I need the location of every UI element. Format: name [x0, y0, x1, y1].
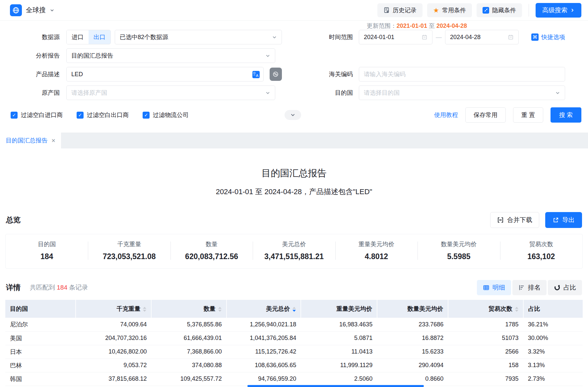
- export-icon: [553, 217, 559, 223]
- horizontal-scrollbar-thumb[interactable]: [247, 385, 424, 387]
- export-button[interactable]: 导出: [545, 212, 582, 228]
- view-share-button[interactable]: 占比: [548, 280, 582, 295]
- hide-conditions-button[interactable]: 隐藏条件: [477, 3, 522, 17]
- cell-usd-per-kg: 2.5060: [301, 372, 377, 386]
- cell-usd-per-qty: 290.4094: [377, 359, 448, 372]
- view-detail-button[interactable]: 明细: [477, 280, 511, 295]
- merge-download-button[interactable]: 合并下载: [490, 212, 539, 228]
- expand-form-button[interactable]: [285, 110, 301, 120]
- col-kg-weight[interactable]: 千克重量: [76, 300, 151, 318]
- origin-country-label: 原产国: [0, 89, 66, 97]
- table-row[interactable]: 韩国 37,815,668.12 109,425,557.72 94,766,9…: [5, 372, 583, 386]
- topbar: 全球搜 历史记录 ★ 常用条件 隐藏条件: [0, 0, 588, 21]
- history-doc-icon: [383, 7, 390, 13]
- sort-carets-icon[interactable]: [218, 307, 222, 312]
- form-actions: 使用教程 保存常用 重 置 搜 索: [434, 107, 581, 123]
- stat-value: 723,053,521.08: [91, 252, 167, 261]
- cell-country: 巴林: [5, 359, 76, 372]
- filters-row: ✓ 过滤空白进口商 ✓ 过滤空白出口商 ✓ 过滤物流公司: [11, 107, 581, 123]
- table-row[interactable]: 尼泊尔 74,009.64 5,376,855.86 1,256,940,021…: [5, 318, 583, 331]
- date-to-input[interactable]: 2024-04-28: [445, 30, 519, 44]
- advanced-search-button[interactable]: 高级搜索: [536, 3, 581, 18]
- search-form: 更新范围：2021-01-01 至 2024-04-28 数据源 进口 出口 已…: [0, 21, 588, 123]
- details-title: 详情: [6, 283, 21, 293]
- command-icon: ⌘: [531, 33, 539, 41]
- table-row[interactable]: 美国 204,707,320.16 61,666,439.01 1,041,37…: [5, 331, 583, 345]
- reset-button[interactable]: 重 置: [513, 107, 543, 123]
- page-title: 目的国汇总报告: [0, 167, 588, 180]
- view-toggle: 明细 排名 占比: [477, 280, 582, 295]
- close-icon[interactable]: ×: [51, 137, 55, 144]
- view-rank-button[interactable]: 排名: [512, 280, 547, 295]
- checkbox-checked-icon: ✓: [11, 112, 18, 119]
- cell-quantity: 5,376,855.86: [151, 318, 226, 331]
- topbar-actions: 历史记录 ★ 常用条件 隐藏条件 高级搜索: [377, 3, 581, 18]
- search-button[interactable]: 搜 索: [551, 107, 581, 123]
- col-trades[interactable]: 贸易次数: [448, 300, 523, 318]
- app-title: 全球搜: [26, 6, 46, 15]
- product-description-input[interactable]: [71, 71, 247, 78]
- chevron-right-icon: [570, 8, 575, 13]
- chevron-down-icon: [265, 90, 270, 95]
- report-type-select[interactable]: 目的国汇总报告: [66, 48, 275, 63]
- datasource-select[interactable]: 已选中82个数据源: [115, 30, 282, 44]
- brand[interactable]: 全球搜: [10, 4, 54, 16]
- favorites-button[interactable]: ★ 常用条件: [427, 3, 472, 17]
- star-icon: ★: [433, 7, 439, 14]
- stat-value: 620,083,712.56: [173, 252, 250, 261]
- sort-carets-icon[interactable]: [293, 307, 296, 312]
- stat-value: 184: [8, 252, 85, 261]
- filter-checkbox[interactable]: ✓ 过滤空白出口商: [77, 111, 129, 119]
- update-to-date: 2024-04-28: [436, 23, 467, 29]
- product-label: 产品描述: [0, 70, 66, 78]
- table-row[interactable]: 巴林 9,053.72 374,080.88 108,636,605.65 11…: [5, 359, 583, 372]
- hs-code-input-wrap: [359, 67, 565, 82]
- filter-checkboxes: ✓ 过滤空白进口商 ✓ 过滤空白出口商 ✓ 过滤物流公司: [11, 111, 189, 119]
- cell-country: 越南: [5, 386, 76, 387]
- cell-trades: 51073: [448, 331, 523, 345]
- date-from-input[interactable]: 2024-01-01: [359, 30, 432, 44]
- update-from-date: 2021-01-01: [397, 23, 427, 29]
- quick-options-link[interactable]: ⌘ 快捷选项: [531, 33, 565, 41]
- cell-quantity: 280,348,754.07: [151, 386, 226, 387]
- divider: [529, 4, 529, 17]
- ranking-icon: [518, 284, 525, 291]
- history-button[interactable]: 历史记录: [377, 3, 423, 17]
- cell-trades: 158: [448, 359, 523, 372]
- table-row[interactable]: 日本 10,426,802.00 7,368,866.00 115,125,72…: [5, 345, 583, 359]
- cell-trades: 2566: [448, 345, 523, 359]
- stat-label: 数量: [173, 240, 250, 248]
- origin-country-select[interactable]: 请选择原产国: [66, 85, 275, 100]
- cell-usd-per-kg: 11.0413: [301, 345, 377, 359]
- translate-icon[interactable]: 中A: [252, 71, 260, 80]
- stat-label: 目的国: [8, 240, 85, 248]
- tutorial-link[interactable]: 使用教程: [434, 111, 458, 119]
- col-usd-total[interactable]: 美元总价: [227, 300, 301, 318]
- datasource-label: 数据源: [0, 33, 66, 41]
- import-toggle[interactable]: 进口: [67, 30, 89, 44]
- tab-destination-report[interactable]: 目的国汇总报告 ×: [0, 133, 61, 148]
- cell-usd-total: 108,636,605.65: [227, 359, 301, 372]
- save-favorite-button[interactable]: 保存常用: [465, 107, 506, 123]
- synonym-search-icon[interactable]: [270, 68, 282, 81]
- sort-carets-icon[interactable]: [143, 307, 146, 312]
- dest-country-select[interactable]: 请选择目的国: [359, 85, 565, 100]
- export-toggle[interactable]: 出口: [89, 30, 110, 44]
- table-header-row: 目的国 千克重量 数量 美元总价 重量美元均价 数量美元均价 贸易次数 占比: [5, 300, 583, 318]
- cell-usd-per-qty: 15.6233: [377, 345, 448, 359]
- hs-code-input[interactable]: [364, 71, 560, 78]
- cell-share: 3.13%: [523, 359, 583, 372]
- product-input-wrap: 中A: [66, 67, 264, 82]
- stat-value: 4.8012: [338, 252, 415, 261]
- cell-usd-per-qty: 0.8660: [377, 372, 448, 386]
- chevron-down-icon: [50, 8, 54, 13]
- cell-usd-per-kg: 11,999.1129: [301, 359, 377, 372]
- merge-icon: [497, 217, 504, 223]
- checkbox-checked-icon: ✓: [143, 112, 150, 119]
- filter-checkbox[interactable]: ✓ 过滤空白进口商: [11, 111, 63, 119]
- col-quantity[interactable]: 数量: [151, 300, 226, 318]
- cell-country: 日本: [5, 345, 76, 359]
- cell-trades: 7935: [448, 372, 523, 386]
- sort-carets-icon[interactable]: [515, 307, 518, 312]
- filter-checkbox[interactable]: ✓ 过滤物流公司: [143, 111, 189, 119]
